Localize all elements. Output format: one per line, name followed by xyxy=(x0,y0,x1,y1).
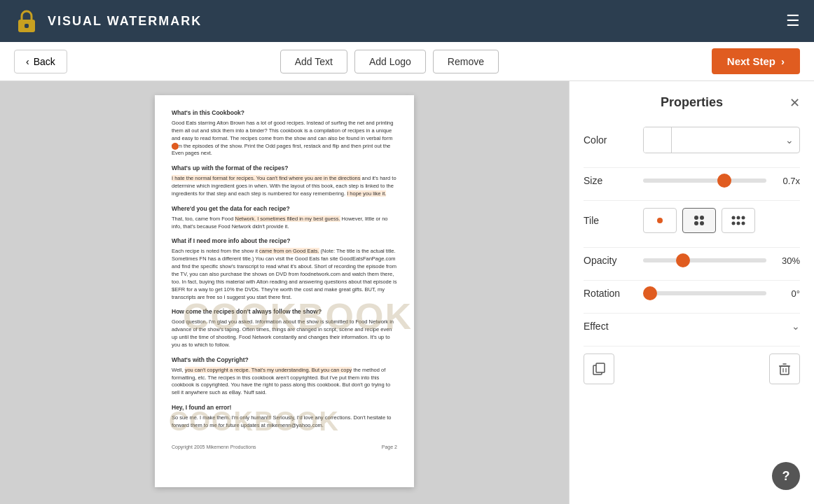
section-3-heading: Where'd you get the data for each recipe… xyxy=(172,205,397,214)
opacity-value: 30% xyxy=(772,255,800,266)
effect-label: Effect xyxy=(584,321,636,332)
section-5-body: Good question. I'm glad you asked. Infor… xyxy=(172,318,397,349)
svg-point-7 xyxy=(732,216,736,220)
size-row: Size 0.7x xyxy=(584,175,800,186)
svg-point-6 xyxy=(700,221,704,225)
footer-left: Copyright 2005 Mikemenn Productions xyxy=(172,444,256,451)
rotation-value: 0° xyxy=(772,288,800,299)
tile-option-single[interactable] xyxy=(643,208,677,233)
add-logo-button[interactable]: Add Logo xyxy=(354,50,426,74)
effect-row: Effect ⌄ xyxy=(584,321,800,332)
footer-right: Page 2 xyxy=(382,444,397,451)
color-swatch xyxy=(644,127,672,153)
rotation-row: Rotation 0° xyxy=(584,288,800,299)
section-1-heading: What's in this Cookbook? xyxy=(172,109,397,118)
size-slider[interactable] xyxy=(643,178,766,183)
app-header: VISUAL WATERMARK ☰ xyxy=(0,0,814,42)
opacity-label: Opacity xyxy=(584,255,636,266)
section-6-heading: What's with the Copyright? xyxy=(172,356,397,365)
back-button[interactable]: ‹ Back xyxy=(14,50,67,74)
tile-label: Tile xyxy=(584,215,636,226)
tile-options xyxy=(643,208,800,233)
help-button[interactable]: ? xyxy=(772,462,800,490)
app-title: VISUAL WATERMARK xyxy=(48,14,202,29)
section-7-heading: Hey, I found an error! xyxy=(172,404,397,412)
doc-section-5: How come the recipes don't always follow… xyxy=(172,308,397,349)
svg-point-3 xyxy=(694,216,698,220)
effect-chevron-icon[interactable]: ⌄ xyxy=(792,321,800,332)
toolbar: ‹ Back Add Text Add Logo Remove Next Ste… xyxy=(0,42,814,81)
chevron-right-icon: › xyxy=(781,55,785,67)
document-area: COOKBOOK COOKBOOK What's in this Cookboo… xyxy=(0,81,569,504)
rotation-label: Rotation xyxy=(584,288,636,299)
color-row: Color ⌄ xyxy=(584,127,800,153)
lock-icon xyxy=(14,8,39,34)
doc-section-6: What's with the Copyright? Well, you can… xyxy=(172,356,397,397)
next-step-button[interactable]: Next Step › xyxy=(712,48,800,74)
panel-header: Properties ✕ xyxy=(584,95,800,110)
tile-row: Tile xyxy=(584,208,800,233)
svg-point-10 xyxy=(732,222,736,225)
opacity-slider[interactable] xyxy=(643,258,766,262)
section-4-body: Each recipe is noted from the show it ca… xyxy=(172,248,397,301)
doc-section-3: Where'd you get the data for each recipe… xyxy=(172,205,397,231)
selection-handle[interactable] xyxy=(172,143,179,150)
color-chevron-icon: ⌄ xyxy=(780,134,799,146)
opacity-row: Opacity 30% xyxy=(584,255,800,266)
action-buttons xyxy=(584,354,800,384)
svg-rect-14 xyxy=(596,363,605,372)
svg-point-9 xyxy=(742,216,745,220)
doc-section-7: Hey, I found an error! So sue me. I make… xyxy=(172,404,397,430)
section-5-heading: How come the recipes don't always follow… xyxy=(172,308,397,316)
section-2-body: I hate the normal format for recipes. Yo… xyxy=(172,175,397,198)
svg-point-5 xyxy=(694,221,698,225)
color-picker-wrapper[interactable]: ⌄ xyxy=(643,127,800,153)
remove-button[interactable]: Remove xyxy=(433,50,499,74)
properties-panel: Properties ✕ Color ⌄ Size 0.7x xyxy=(569,81,814,504)
duplicate-icon xyxy=(592,362,606,376)
main-area: COOKBOOK COOKBOOK What's in this Cookboo… xyxy=(0,81,814,504)
delete-button[interactable] xyxy=(769,354,800,384)
page-footer: Copyright 2005 Mikemenn Productions Page… xyxy=(172,444,397,451)
document-page: COOKBOOK COOKBOOK What's in this Cookboo… xyxy=(155,95,414,487)
color-label: Color xyxy=(584,134,636,146)
chevron-left-icon: ‹ xyxy=(26,56,29,67)
duplicate-button[interactable] xyxy=(584,354,614,384)
section-3-body: That, too, came from Food Network. I som… xyxy=(172,216,397,231)
section-4-heading: What if I need more info about the recip… xyxy=(172,237,397,246)
doc-section-4: What if I need more info about the recip… xyxy=(172,237,397,301)
logo-group: VISUAL WATERMARK xyxy=(14,8,202,34)
tile-option-grid-large[interactable] xyxy=(722,208,755,233)
svg-point-11 xyxy=(737,222,740,225)
doc-section-2: What's up with the format of the recipes… xyxy=(172,164,397,198)
section-6-body: Well, you can't copyright a recipe. That… xyxy=(172,367,397,398)
rotation-slider[interactable] xyxy=(643,291,766,295)
svg-point-12 xyxy=(742,222,745,225)
panel-title: Properties xyxy=(661,95,723,110)
svg-point-4 xyxy=(700,216,704,220)
size-value: 0.7x xyxy=(772,176,800,186)
svg-point-8 xyxy=(737,216,740,220)
section-2-heading: What's up with the format of the recipes… xyxy=(172,164,397,173)
svg-rect-1 xyxy=(25,24,29,28)
panel-close-button[interactable]: ✕ xyxy=(789,95,800,111)
add-text-button[interactable]: Add Text xyxy=(280,50,347,74)
doc-section-1: What's in this Cookbook? Good Eats starr… xyxy=(172,109,397,158)
hamburger-icon[interactable]: ☰ xyxy=(786,12,800,30)
section-1-body: Good Eats starring Alton Brown has a lot… xyxy=(172,120,397,158)
size-label: Size xyxy=(584,175,636,186)
trash-icon xyxy=(778,362,792,376)
svg-rect-15 xyxy=(780,366,789,374)
tile-option-grid-small[interactable] xyxy=(682,208,716,233)
section-7-body: So sue me. I make them. I'm only human!!… xyxy=(172,414,397,430)
svg-point-2 xyxy=(657,218,663,223)
